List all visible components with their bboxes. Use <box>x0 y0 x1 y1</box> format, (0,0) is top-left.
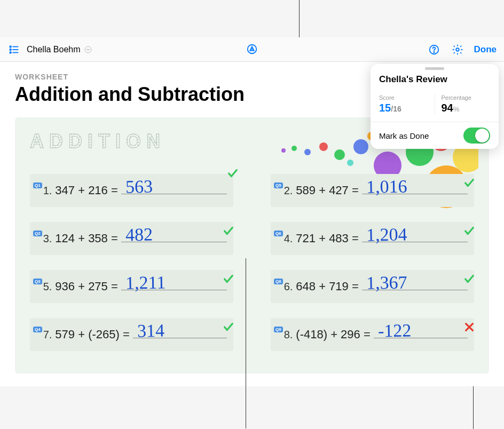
svg-point-20 <box>319 142 328 151</box>
svg-point-21 <box>304 149 311 155</box>
question-badge: Q2 <box>33 231 42 236</box>
handwritten-answer: 1,211 <box>125 272 166 293</box>
check-icon[interactable] <box>223 225 234 237</box>
question-number: 8. <box>284 329 296 341</box>
score-earned: 15 <box>379 102 391 114</box>
answer-line[interactable]: 314 <box>133 323 227 338</box>
handwritten-answer: 314 <box>137 321 164 341</box>
help-icon[interactable] <box>427 43 441 57</box>
callout-line-right <box>473 386 474 429</box>
check-icon[interactable] <box>463 177 475 189</box>
question-row[interactable]: Q52.589 + 427 =1,016 <box>271 174 474 207</box>
question-row[interactable]: Q47.579 + (-265) =314 <box>30 318 233 351</box>
markup-icon[interactable] <box>245 42 259 56</box>
svg-point-5 <box>10 52 11 53</box>
score-total: 16 <box>393 105 401 113</box>
question-text: 936 + 275 = <box>55 280 117 293</box>
question-badge: Q5 <box>274 182 283 188</box>
check-icon[interactable] <box>223 321 234 333</box>
check-icon[interactable] <box>463 225 475 237</box>
worksheet-body: ADDITION Q11.347 + 216 =563Q52.589 + 427… <box>15 117 489 374</box>
question-text: 721 + 483 = <box>296 232 358 245</box>
answer-line[interactable]: 482 <box>121 227 227 242</box>
review-panel[interactable]: Chella's Review Score 15/16 Percentage 9… <box>371 64 499 149</box>
answer-line[interactable]: -122 <box>374 323 468 338</box>
handwritten-answer: 1,367 <box>366 272 407 293</box>
question-badge: Q1 <box>33 182 42 188</box>
question-number: 4. <box>284 233 296 245</box>
question-number: 2. <box>284 185 296 197</box>
question-number: 7. <box>43 329 56 341</box>
svg-point-4 <box>10 49 11 50</box>
check-icon[interactable] <box>223 273 234 285</box>
answer-line[interactable]: 1,211 <box>121 275 227 290</box>
svg-point-10 <box>434 51 434 52</box>
score-label: Score <box>379 94 428 101</box>
question-number: 6. <box>284 281 296 293</box>
question-badge: Q6 <box>274 231 283 236</box>
student-name-dropdown[interactable]: Chella Boehm <box>27 45 92 54</box>
question-text: 124 + 358 = <box>55 232 117 245</box>
app-window: Chella Boehm Done WORKSHEET Addition and… <box>0 37 504 386</box>
answer-line[interactable]: 1,016 <box>362 179 468 194</box>
percentage-label: Percentage <box>442 94 491 101</box>
question-badge: Q3 <box>33 279 42 284</box>
done-button[interactable]: Done <box>474 44 497 55</box>
percentage-stat: Percentage 94% <box>435 94 491 114</box>
toolbar: Chella Boehm Done <box>0 37 504 62</box>
question-row[interactable]: Q86.648 + 719 =1,367 <box>271 270 474 303</box>
question-number: 5. <box>43 281 56 293</box>
callout-line-top <box>299 0 300 37</box>
svg-point-19 <box>334 149 345 160</box>
question-badge: Q9 <box>274 327 283 332</box>
mark-done-toggle[interactable] <box>463 128 490 144</box>
question-text: 589 + 427 = <box>296 184 358 197</box>
percentage-unit: % <box>453 105 460 113</box>
question-row[interactable]: Q98.(-418) + 296 =-122 <box>271 318 474 351</box>
handwritten-answer: 1,016 <box>366 176 407 197</box>
svg-point-6 <box>85 46 91 53</box>
check-icon[interactable] <box>463 273 475 285</box>
question-text: 347 + 216 = <box>55 184 117 197</box>
answer-line[interactable]: 563 <box>121 179 227 194</box>
mark-done-label: Mark as Done <box>379 131 429 140</box>
svg-point-23 <box>281 148 286 153</box>
question-text: (-418) + 296 = <box>296 328 370 341</box>
question-row[interactable]: Q64.721 + 483 =1,204 <box>271 222 474 255</box>
svg-point-24 <box>347 160 353 166</box>
question-row[interactable]: Q35.936 + 275 =1,211 <box>30 270 233 303</box>
handwritten-answer: 563 <box>125 177 153 197</box>
handwritten-answer: 1,204 <box>366 224 407 245</box>
svg-point-22 <box>292 146 297 151</box>
handwritten-answer: 482 <box>125 225 153 245</box>
check-icon[interactable] <box>227 168 239 179</box>
review-title: Chella's Review <box>371 72 499 90</box>
answer-line[interactable]: 1,367 <box>362 275 468 290</box>
question-row[interactable]: Q11.347 + 216 =563 <box>30 174 233 207</box>
percentage-value: 94 <box>442 102 453 114</box>
answer-line[interactable]: 1,204 <box>362 227 468 242</box>
question-row[interactable]: Q23.124 + 358 =482 <box>30 222 233 255</box>
question-text: 648 + 719 = <box>296 280 358 293</box>
question-badge: Q4 <box>33 327 42 332</box>
question-number: 3. <box>43 233 56 245</box>
settings-icon[interactable] <box>451 43 464 57</box>
panel-grip[interactable] <box>425 67 444 70</box>
question-number: 1. <box>43 185 56 197</box>
svg-point-3 <box>10 46 11 47</box>
question-badge: Q8 <box>274 279 283 284</box>
cross-icon[interactable] <box>463 321 475 333</box>
svg-point-11 <box>456 48 459 51</box>
handwritten-answer: -122 <box>377 320 411 341</box>
question-text: 579 + (-265) = <box>55 328 129 341</box>
svg-point-17 <box>353 139 368 154</box>
questions-grid: Q11.347 + 216 =563Q52.589 + 427 =1,016Q2… <box>30 174 474 351</box>
list-icon[interactable] <box>7 43 21 57</box>
score-stat: Score 15/16 <box>379 94 435 114</box>
